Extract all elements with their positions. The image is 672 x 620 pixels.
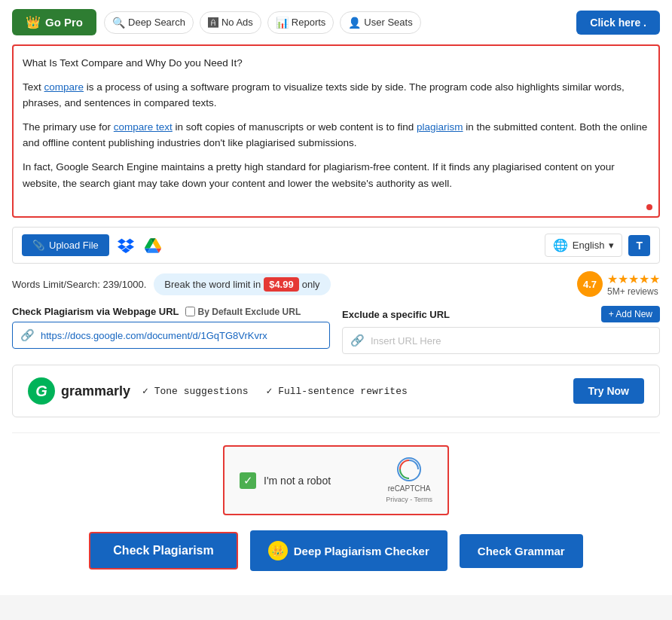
toolbar-right: 🌐 English ▾ T <box>545 234 650 257</box>
star-rating: ★★★★★ <box>607 272 660 286</box>
grammarly-try-now-button[interactable]: Try Now <box>573 378 644 404</box>
exclude-default-text: By Default Exclude URL <box>198 307 301 317</box>
webpage-url-section: Check Plagiarism via Webpage URL By Defa… <box>12 306 330 349</box>
exclude-url-section: Exclude a specific URL + Add New 🔗 <box>342 306 660 354</box>
break-word-text: Break the word limit in <box>164 279 261 290</box>
globe-icon: 🌐 <box>553 238 568 252</box>
text-format-button[interactable]: T <box>628 235 650 256</box>
deep-search-feature[interactable]: 🔍 Deep Search <box>104 11 194 34</box>
price-badge: $4.99 <box>264 277 299 292</box>
go-pro-button[interactable]: 👑 Go Pro <box>12 9 96 35</box>
user-seats-feature[interactable]: 👤 User Seats <box>340 11 420 34</box>
go-pro-label: Go Pro <box>45 16 83 29</box>
no-ads-feature[interactable]: 🅰 No Ads <box>200 11 261 34</box>
red-dot-indicator <box>646 204 652 210</box>
text-paragraph-4: In fact, Google Search Engine maintains … <box>23 159 649 191</box>
exclude-url-input-box: 🔗 <box>342 327 660 354</box>
only-text: only <box>302 279 320 290</box>
upload-icon: 📎 <box>32 240 44 251</box>
words-count-value: 239/1000. <box>102 279 146 290</box>
deep-search-label: Deep Search <box>128 17 185 28</box>
deep-search-icon: 🔍 <box>112 17 125 29</box>
divider <box>12 432 660 433</box>
user-seats-icon: 👤 <box>348 17 361 29</box>
exclude-link-icon: 🔗 <box>350 334 365 347</box>
exclude-url-label-row: Exclude a specific URL + Add New <box>342 306 660 322</box>
webpage-url-label: Check Plagiarism via Webpage URL By Defa… <box>12 306 330 317</box>
rating-circle: 4.7 <box>577 271 603 297</box>
link-icon: 🔗 <box>20 328 35 342</box>
recaptcha-brand-label: reCAPTCHA <box>388 484 431 493</box>
reports-feature[interactable]: 📊 Reports <box>267 11 334 34</box>
grammarly-rewrite-feature: ✓ Full-sentence rewrites <box>267 385 408 397</box>
exclude-url-label-text: Exclude a specific URL <box>342 309 450 320</box>
add-new-button[interactable]: + Add New <box>601 306 660 322</box>
url-row: Check Plagiarism via Webpage URL By Defa… <box>12 306 660 354</box>
recaptcha-right: reCAPTCHA Privacy - Terms <box>386 457 432 503</box>
exclude-default-checkbox[interactable] <box>185 307 195 316</box>
no-ads-icon: 🅰 <box>208 17 218 29</box>
crown-icon: 👑 <box>26 15 41 29</box>
grammarly-g-icon: G <box>28 377 55 405</box>
chevron-down-icon: ▾ <box>609 240 614 251</box>
exclude-default-label[interactable]: By Default Exclude URL <box>185 307 301 317</box>
text-heading: What Is Text Compare and Why Do you Need… <box>23 55 649 72</box>
recaptcha-box: ✓ I'm not a robot reCAPTCHA Privacy - Te… <box>223 445 449 515</box>
text-paragraph-2: Text compare is a process of using a sof… <box>23 79 649 111</box>
recaptcha-privacy-links: Privacy - Terms <box>386 496 432 503</box>
full-sentence-rewrites-text: ✓ Full-sentence rewrites <box>267 385 408 397</box>
check-via-url-label: Check Plagiarism via Webpage URL <box>12 306 179 317</box>
bottom-buttons: Check Plagiarism 👑 Deep Plagiarism Check… <box>12 530 660 586</box>
dropbox-button[interactable] <box>115 235 136 256</box>
recaptcha-label: I'm not a robot <box>264 475 331 487</box>
grammarly-tone-feature: ✓ Tone suggestions <box>142 385 248 397</box>
recaptcha-checkmark: ✓ <box>243 474 253 487</box>
text-paragraph-3: The primary use for compare text in soft… <box>23 119 649 151</box>
recaptcha-checkbox[interactable]: ✓ <box>240 472 256 489</box>
grammarly-logo: G grammarly <box>28 377 130 405</box>
check-plagiarism-button[interactable]: Check Plagiarism <box>89 532 237 570</box>
user-seats-label: User Seats <box>364 17 412 28</box>
reports-icon: 📊 <box>276 17 289 29</box>
deep-plagiarism-button[interactable]: 👑 Deep Plagiarism Checker <box>250 530 447 571</box>
upload-file-button[interactable]: 📎 Upload File <box>22 234 109 256</box>
deep-plagiarism-label: Deep Plagiarism Checker <box>294 545 429 557</box>
main-container: 👑 Go Pro 🔍 Deep Search 🅰 No Ads 📊 Report… <box>0 0 672 595</box>
exclude-url-input[interactable] <box>371 335 652 347</box>
top-bar: 👑 Go Pro 🔍 Deep Search 🅰 No Ads 📊 Report… <box>12 9 660 35</box>
tone-suggestions-text: ✓ Tone suggestions <box>142 385 248 397</box>
words-limit-text: Words Limit/Search: <box>12 279 100 290</box>
grammarly-name: grammarly <box>61 383 130 399</box>
check-grammar-button[interactable]: Check Grammar <box>460 534 583 568</box>
grammarly-features: ✓ Tone suggestions ✓ Full-sentence rewri… <box>142 385 561 397</box>
words-limit-label: Words Limit/Search: 239/1000. <box>12 279 146 290</box>
click-here-button[interactable]: Click here . <box>576 11 660 35</box>
deep-plagiarism-crown-icon: 👑 <box>268 541 288 560</box>
recaptcha-left: ✓ I'm not a robot <box>240 472 331 489</box>
language-selector[interactable]: 🌐 English ▾ <box>545 234 623 257</box>
google-drive-button[interactable] <box>142 235 163 256</box>
upload-file-label: Upload File <box>49 240 99 251</box>
top-features: 🔍 Deep Search 🅰 No Ads 📊 Reports 👤 User … <box>104 11 569 34</box>
reports-label: Reports <box>292 17 326 28</box>
reviews-count: 5M+ reviews <box>607 286 660 297</box>
svg-point-0 <box>398 458 420 481</box>
grammarly-banner: G grammarly ✓ Tone suggestions ✓ Full-se… <box>12 365 660 417</box>
webpage-url-input-box: 🔗 <box>12 322 330 349</box>
words-limit-row: Words Limit/Search: 239/1000. Break the … <box>12 271 660 297</box>
rating-section: 4.7 ★★★★★ 5M+ reviews <box>577 271 660 297</box>
language-label: English <box>573 240 605 251</box>
break-word-badge[interactable]: Break the word limit in $4.99 only <box>154 273 330 295</box>
recaptcha-container: ✓ I'm not a robot reCAPTCHA Privacy - Te… <box>12 445 660 515</box>
text-area-container: What Is Text Compare and Why Do you Need… <box>12 44 660 218</box>
no-ads-label: No Ads <box>221 17 253 28</box>
file-toolbar: 📎 Upload File 🌐 English ▾ <box>12 227 660 264</box>
webpage-url-input[interactable] <box>41 330 322 341</box>
recaptcha-logo-icon <box>397 457 421 481</box>
